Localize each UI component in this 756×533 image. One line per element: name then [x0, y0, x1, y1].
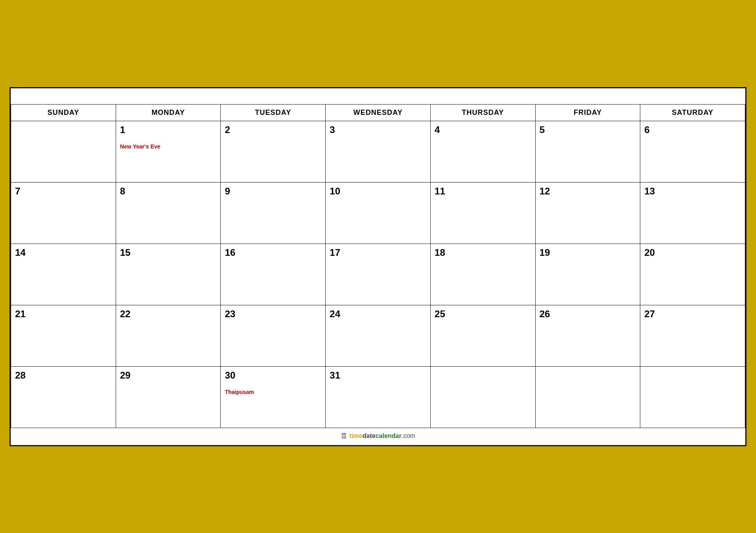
brand-time: timedatecalendar.com [349, 432, 415, 440]
day-number: 7 [15, 186, 112, 197]
day-number: 18 [435, 247, 531, 258]
day-number: 24 [330, 308, 426, 320]
day-number: 9 [225, 186, 321, 197]
calendar-day-cell [535, 366, 640, 428]
weekday-header-row: SUNDAYMONDAYTUESDAYWEDNESDAYTHURSDAYFRID… [11, 104, 745, 121]
calendar-day-cell: 27 [640, 305, 745, 366]
calendar-day-cell: 13 [640, 182, 745, 244]
calendar-week-row: 282930Thaipusam31 [11, 366, 745, 428]
calendar-day-cell: 9 [221, 182, 326, 244]
day-number: 22 [120, 308, 217, 320]
day-number: 31 [330, 370, 426, 381]
calendar-day-cell [640, 366, 745, 428]
calendar-title [11, 88, 745, 104]
weekday-header: FRIDAY [535, 104, 640, 121]
calendar-day-cell: 29 [116, 366, 221, 428]
calendar-day-cell: 18 [430, 244, 535, 305]
calendar-day-cell: 28 [11, 366, 116, 428]
calendar-day-cell [11, 121, 116, 182]
calendar-day-cell: 21 [11, 305, 116, 366]
calendar-day-cell: 31 [326, 366, 431, 428]
weekday-header: MONDAY [116, 104, 221, 121]
day-number: 10 [330, 186, 426, 197]
day-number: 23 [225, 308, 321, 320]
day-number: 3 [330, 124, 426, 135]
calendar-day-cell: 23 [221, 305, 326, 366]
calendar-week-row: 14151617181920 [11, 244, 745, 305]
day-number: 20 [644, 247, 741, 258]
calendar-day-cell: 1New Year's Eve [116, 121, 221, 182]
weekday-header: SUNDAY [11, 104, 116, 121]
day-number: 14 [15, 247, 112, 258]
holiday-label: Thaipusam [225, 389, 321, 395]
calendar-day-cell: 10 [326, 182, 431, 244]
calendar-week-row: 78910111213 [11, 182, 745, 244]
calendar-day-cell: 6 [640, 121, 745, 182]
calendar-day-cell: 12 [535, 182, 640, 244]
calendar-day-cell: 20 [640, 244, 745, 305]
day-number: 25 [435, 308, 531, 320]
day-number: 17 [330, 247, 426, 258]
calendar-day-cell: 16 [221, 244, 326, 305]
day-number: 11 [435, 186, 531, 197]
day-number: 8 [120, 186, 217, 197]
holiday-label: New Year's Eve [120, 143, 217, 150]
day-number: 2 [225, 124, 321, 135]
calendar-day-cell: 24 [326, 305, 431, 366]
day-number: 12 [540, 186, 636, 197]
day-number: 1 [120, 124, 217, 135]
calendar-day-cell: 11 [430, 182, 535, 244]
calendar-day-cell: 30Thaipusam [221, 366, 326, 428]
calendar-day-cell: 15 [116, 244, 221, 305]
weekday-header: SATURDAY [640, 104, 745, 121]
day-number: 21 [15, 308, 112, 320]
day-number: 16 [225, 247, 321, 258]
calendar-day-cell: 25 [430, 305, 535, 366]
calendar-day-cell: 14 [11, 244, 116, 305]
brand-link: 🗓 timedatecalendar.com [341, 432, 415, 440]
calendar-day-cell: 17 [326, 244, 431, 305]
calendar-day-cell: 8 [116, 182, 221, 244]
calendar-day-cell: 5 [535, 121, 640, 182]
calendar-day-cell [430, 366, 535, 428]
day-number: 19 [540, 247, 636, 258]
day-number: 5 [540, 124, 636, 135]
calendar-day-cell: 3 [326, 121, 431, 182]
day-number: 30 [225, 370, 321, 381]
calendar-day-cell: 7 [11, 182, 116, 244]
calendar-day-cell: 22 [116, 305, 221, 366]
calendar-week-row: 21222324252627 [11, 305, 745, 366]
calendar-day-cell: 4 [430, 121, 535, 182]
day-number: 27 [644, 308, 741, 320]
day-number: 26 [540, 308, 636, 320]
day-number: 4 [435, 124, 531, 135]
day-number: 29 [120, 370, 217, 381]
weekday-header: WEDNESDAY [326, 104, 431, 121]
day-number: 6 [644, 124, 741, 135]
calendar-icon: 🗓 [341, 432, 348, 440]
day-number: 15 [120, 247, 217, 258]
weekday-header: TUESDAY [221, 104, 326, 121]
calendar-footer: 🗓 timedatecalendar.com [11, 428, 745, 445]
day-number: 28 [15, 370, 112, 381]
calendar-week-row: 1New Year's Eve23456 [11, 121, 745, 182]
calendar-container: SUNDAYMONDAYTUESDAYWEDNESDAYTHURSDAYFRID… [10, 87, 746, 446]
calendar-day-cell: 26 [535, 305, 640, 366]
weekday-header: THURSDAY [430, 104, 535, 121]
day-number: 13 [644, 186, 741, 197]
calendar-day-cell: 2 [221, 121, 326, 182]
calendar-day-cell: 19 [535, 244, 640, 305]
calendar-grid: SUNDAYMONDAYTUESDAYWEDNESDAYTHURSDAYFRID… [11, 104, 745, 428]
